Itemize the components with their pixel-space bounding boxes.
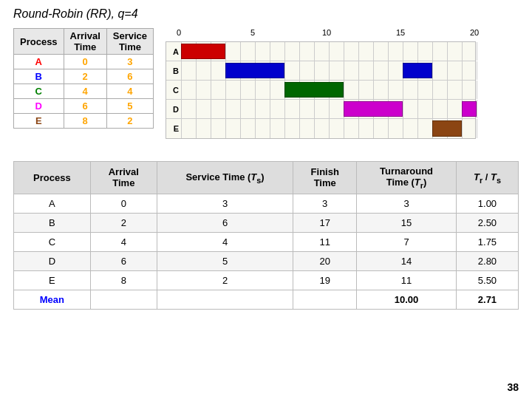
gantt-grid-line [417,100,418,118]
main-ratio: 1.00 [456,194,518,213]
gantt-grid-line [299,42,300,61]
gantt-block-a-0 [181,44,225,59]
main-turnaround: 7 [357,232,457,251]
gantt-grid-line [462,119,463,138]
main-ratio: 2.50 [456,213,518,232]
main-table: Process ArrivalTime Service Time (Ts) Fi… [13,161,519,310]
gantt-block-d-1 [462,101,477,117]
summary-service: 5 [106,99,153,114]
gantt-grid-line [181,61,182,80]
gantt-grid-line [240,81,241,99]
main-process: A [14,194,91,213]
gantt-grid-line [403,100,403,118]
gantt-label-c: C [168,86,181,95]
gantt-grid-line [255,119,256,138]
timeline-20: 20 [470,28,479,37]
gantt-grid-line [358,119,359,138]
main-table-row: B 2 6 17 15 2.50 [14,213,519,232]
gantt-grid-line [211,100,211,118]
page-number: 38 [507,381,519,393]
summary-table: Process ArrivalTime ServiceTime A 0 3 B … [13,28,154,129]
gantt-grid-line [432,42,433,61]
gantt-grid-line [225,81,226,99]
gantt-block-b-1 [403,63,432,78]
gantt-label-e: E [168,124,181,133]
gantt-grid-line [477,81,477,99]
gantt-grid-line [447,42,448,61]
gantt-grid-line [344,61,344,80]
gantt-grid-line [299,119,300,138]
main-arrival: 6 [90,251,157,270]
gantt-grid-line [329,119,330,138]
main-ratio: 5.50 [456,270,518,290]
gantt-block-b-0 [225,63,284,78]
col-process: Process [14,162,91,194]
gantt-grid-line [417,119,418,138]
gantt-block-c-0 [284,82,344,98]
gantt-grid-line [344,81,344,99]
summary-arrival: 2 [64,69,106,84]
mean-ratio: 2.71 [456,290,518,309]
summary-service: 2 [106,114,153,129]
main-table-row: A 0 3 3 3 1.00 [14,194,519,213]
timeline-15: 15 [396,28,405,37]
summary-process: D [14,99,64,114]
summary-col-process: Process [14,29,64,55]
gantt-grid-line [477,119,477,138]
summary-process: A [14,55,64,69]
gantt-grid-line [240,42,241,61]
gantt-grid-line [417,42,418,61]
gantt-label-d: D [168,105,181,114]
gantt-grid-line [255,100,256,118]
mean-label: Mean [14,290,91,309]
gantt-grid-line [447,81,448,99]
gantt-row-d: D [166,100,475,119]
gantt-grid-line [462,42,463,61]
gantt-grid-line [447,61,448,80]
gantt-grid-line [314,100,315,118]
gantt-grid-line [196,119,197,138]
gantt-grid-line [417,81,418,99]
page: Round-Robin (RR), q=4 Process ArrivalTim… [0,0,532,317]
summary-row: A 0 3 [14,55,154,69]
gantt-grid-line [314,42,315,61]
gantt-grid-line [240,100,241,118]
col-ratio: Tr / Ts [456,162,518,194]
gantt-grid-line [181,100,182,118]
main-arrival: 8 [90,270,157,290]
main-turnaround: 11 [357,270,457,290]
gantt-grid-line [284,61,285,80]
gantt-grid-line [432,61,433,80]
gantt-grid-line [388,42,389,61]
mean-row: Mean 10.00 2.71 [14,290,519,309]
gantt-grid-line [270,100,270,118]
summary-process: E [14,114,64,129]
gantt-label-a: A [168,47,181,56]
gantt-row-e: E [166,119,475,138]
main-service: 4 [157,232,293,251]
gantt-grid-line [211,81,211,99]
main-finish: 11 [293,232,357,251]
main-finish: 17 [293,213,357,232]
gantt-grid-line [240,119,241,138]
gantt-grid-line [181,119,182,138]
main-turnaround: 15 [357,213,457,232]
mean-arrival-empty [90,290,157,309]
summary-arrival: 0 [64,55,106,69]
gantt-block-e-0 [432,120,462,137]
gantt-grid-line [314,119,315,138]
gantt-grid-line [255,81,256,99]
gantt-grid-line [329,42,330,61]
gantt-grid-line [284,42,285,61]
gantt-grid-line [344,119,344,138]
gantt-grid-line [432,100,433,118]
summary-row: D 6 5 [14,99,154,114]
col-arrival: ArrivalTime [90,162,157,194]
mean-turnaround: 10.00 [357,290,457,309]
gantt-rows: ABCDE [166,41,476,139]
gantt-grid-line [462,61,463,80]
gantt-grid-line [284,100,285,118]
timeline-10: 10 [322,28,331,37]
col-finish: FinishTime [293,162,357,194]
gantt-grid-line [299,61,300,80]
